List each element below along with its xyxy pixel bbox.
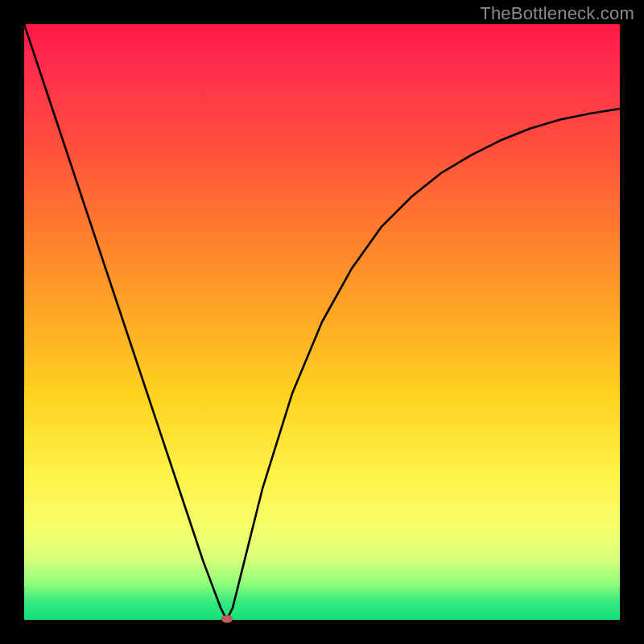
plot-area (24, 24, 620, 620)
optimal-marker (221, 615, 233, 623)
watermark-text: TheBottleneck.com (480, 3, 634, 24)
bottleneck-curve (24, 24, 620, 620)
chart-frame: TheBottleneck.com (0, 0, 644, 644)
